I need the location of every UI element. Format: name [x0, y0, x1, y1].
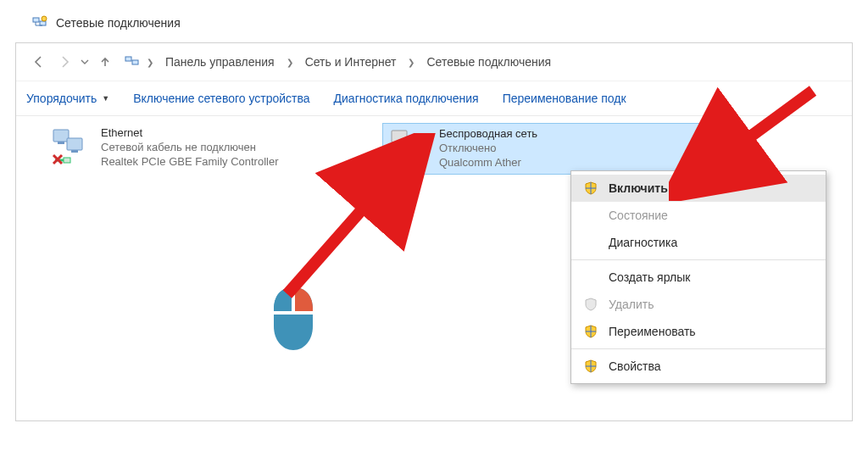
explorer-shell: ❯ Панель управления ❯ Сеть и Интернет ❯ … — [15, 42, 853, 421]
connection-device: Realtek PCIe GBE Family Controller — [101, 155, 279, 170]
svg-rect-0 — [33, 18, 39, 22]
wireless-icon — [388, 127, 429, 168]
svg-rect-3 — [125, 57, 131, 61]
shield-icon — [583, 325, 598, 338]
svg-rect-14 — [395, 161, 398, 166]
breadcrumb: ❯ Панель управления ❯ Сеть и Интернет ❯ … — [125, 52, 556, 72]
connections-area: Ethernet Сетевой кабель не подключен Rea… — [16, 116, 852, 420]
svg-rect-19 — [274, 311, 313, 315]
address-bar: ❯ Панель управления ❯ Сеть и Интернет ❯ … — [16, 43, 852, 81]
svg-rect-6 — [67, 138, 82, 150]
window: Сетевые подключения — [0, 0, 868, 451]
svg-rect-8 — [71, 150, 78, 153]
connection-item-wireless[interactable]: Беспроводная сеть Отключено Qualcomm Ath… — [382, 123, 708, 175]
chevron-right-icon[interactable]: ❯ — [147, 58, 153, 67]
svg-point-2 — [42, 16, 47, 21]
svg-rect-7 — [58, 142, 64, 144]
svg-rect-1 — [40, 21, 46, 25]
svg-rect-9 — [64, 158, 70, 163]
connection-name: Беспроводная сеть — [439, 127, 537, 142]
svg-rect-10 — [392, 131, 407, 142]
menu-separator — [571, 259, 826, 260]
nav-forward-button[interactable] — [52, 49, 77, 75]
shield-icon — [583, 298, 598, 311]
connection-status: Сетевой кабель не подключен — [101, 141, 279, 155]
svg-rect-12 — [396, 142, 403, 145]
connection-status: Отключено — [439, 142, 537, 156]
ethernet-icon — [50, 126, 91, 167]
breadcrumb-control-panel[interactable]: Панель управления — [160, 52, 280, 72]
breadcrumb-root-icon[interactable] — [125, 54, 140, 70]
menu-item-status: Состояние — [571, 202, 826, 229]
chevron-right-icon[interactable]: ❯ — [287, 58, 293, 67]
context-menu: Включить Состояние Диагностика Создать я… — [570, 170, 826, 384]
menu-item-delete: Удалить — [571, 291, 826, 318]
rename-connection-button[interactable]: Переименование подк — [503, 92, 626, 105]
svg-rect-15 — [399, 158, 402, 166]
chevron-down-icon: ▼ — [102, 94, 109, 103]
svg-rect-5 — [53, 130, 69, 142]
svg-rect-16 — [403, 154, 406, 166]
connection-item-ethernet[interactable]: Ethernet Сетевой кабель не подключен Rea… — [50, 126, 279, 170]
mouse-right-click-icon — [270, 286, 316, 352]
command-bar: Упорядочить ▼ Включение сетевого устройс… — [16, 81, 852, 116]
menu-item-create-shortcut[interactable]: Создать ярлык — [571, 264, 826, 291]
svg-rect-18 — [292, 287, 295, 313]
svg-rect-11 — [405, 139, 420, 151]
menu-separator — [571, 348, 826, 349]
breadcrumb-network-connections[interactable]: Сетевые подключения — [421, 52, 556, 72]
diagnose-connection-button[interactable]: Диагностика подключения — [334, 92, 479, 105]
organize-menu[interactable]: Упорядочить ▼ — [26, 92, 109, 105]
breadcrumb-network-internet[interactable]: Сеть и Интернет — [300, 52, 402, 72]
nav-up-button[interactable] — [92, 49, 118, 75]
menu-item-properties[interactable]: Свойства — [571, 353, 826, 380]
network-connections-icon — [32, 15, 47, 31]
svg-rect-13 — [409, 151, 416, 153]
svg-rect-4 — [132, 60, 138, 64]
chevron-right-icon[interactable]: ❯ — [408, 58, 415, 67]
menu-item-rename[interactable]: Переименовать — [571, 318, 826, 345]
nav-history-dropdown[interactable] — [77, 49, 92, 75]
enable-device-button[interactable]: Включение сетевого устройства — [133, 92, 309, 105]
connection-device: Qualcomm Ather — [439, 156, 537, 170]
connection-name: Ethernet — [101, 126, 279, 141]
svg-rect-17 — [408, 151, 410, 166]
shield-icon — [583, 181, 598, 195]
window-title: Сетевые подключения — [56, 16, 181, 30]
shield-icon — [583, 359, 598, 373]
menu-item-diagnose[interactable]: Диагностика — [571, 229, 826, 256]
menu-item-enable[interactable]: Включить — [571, 175, 826, 202]
titlebar: Сетевые подключения — [15, 15, 853, 31]
nav-back-button[interactable] — [26, 49, 52, 75]
